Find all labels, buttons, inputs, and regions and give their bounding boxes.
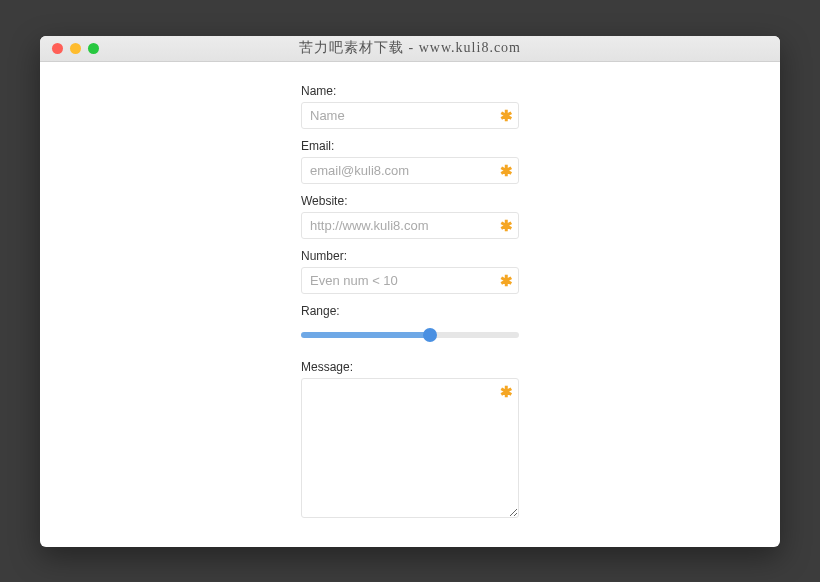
website-field: Website: ✱ [301, 194, 519, 239]
name-input-wrap: ✱ [301, 102, 519, 129]
window-title: 苦力吧素材下载 - www.kuli8.com [50, 39, 770, 57]
range-slider[interactable] [301, 332, 519, 338]
close-icon[interactable] [52, 43, 63, 54]
message-field: Message: ✱ [301, 360, 519, 522]
email-input-wrap: ✱ [301, 157, 519, 184]
number-input-wrap: ✱ [301, 267, 519, 294]
range-label: Range: [301, 304, 519, 318]
message-input-wrap: ✱ [301, 378, 519, 522]
maximize-icon[interactable] [88, 43, 99, 54]
number-field: Number: ✱ [301, 249, 519, 294]
website-input-wrap: ✱ [301, 212, 519, 239]
message-textarea[interactable] [301, 378, 519, 518]
name-input[interactable] [301, 102, 519, 129]
name-field: Name: ✱ [301, 84, 519, 129]
range-field: Range: [301, 304, 519, 342]
form: Name: ✱ Email: ✱ Website: ✱ [301, 84, 519, 532]
app-window: 苦力吧素材下载 - www.kuli8.com Name: ✱ Email: ✱… [40, 36, 780, 547]
number-input[interactable] [301, 267, 519, 294]
content-area: Name: ✱ Email: ✱ Website: ✱ [40, 62, 780, 532]
message-label: Message: [301, 360, 519, 374]
website-input[interactable] [301, 212, 519, 239]
number-label: Number: [301, 249, 519, 263]
email-field: Email: ✱ [301, 139, 519, 184]
name-label: Name: [301, 84, 519, 98]
email-input[interactable] [301, 157, 519, 184]
minimize-icon[interactable] [70, 43, 81, 54]
range-input-wrap [301, 322, 519, 342]
window-controls [52, 43, 99, 54]
email-label: Email: [301, 139, 519, 153]
website-label: Website: [301, 194, 519, 208]
titlebar: 苦力吧素材下载 - www.kuli8.com [40, 36, 780, 62]
